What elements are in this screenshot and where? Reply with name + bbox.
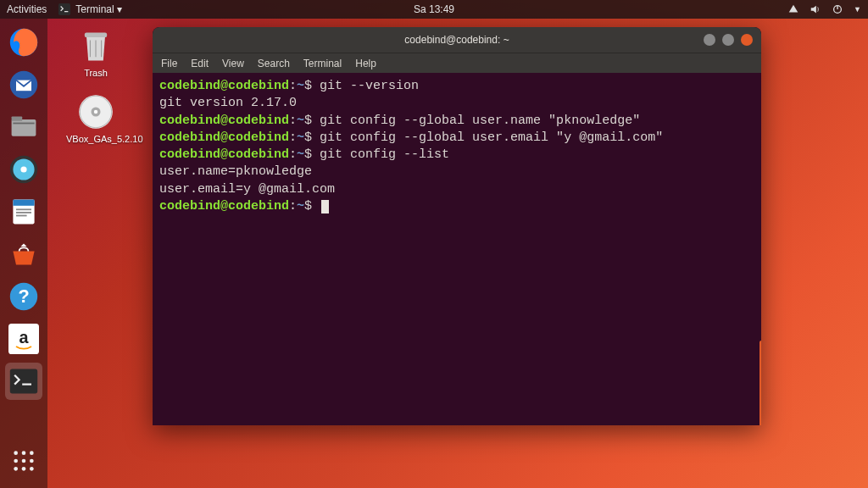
window-title: codebind@codebind: ~ [404, 34, 509, 46]
cursor [321, 200, 329, 214]
minimize-button[interactable] [704, 34, 715, 46]
trash-icon [75, 25, 116, 66]
window-controls [704, 34, 761, 46]
dock-writer[interactable] [5, 193, 42, 230]
svg-rect-0 [58, 3, 70, 15]
desktop-trash[interactable]: Trash [66, 25, 125, 79]
activities-button[interactable]: Activities [7, 3, 47, 15]
svg-rect-13 [16, 212, 31, 214]
terminal-line: codebind@codebind:~$ [159, 198, 754, 215]
desktop-trash-label: Trash [66, 68, 125, 79]
svg-point-9 [20, 166, 26, 172]
menu-terminal[interactable]: Terminal [303, 58, 342, 69]
dock-files[interactable] [5, 108, 42, 146]
svg-point-23 [14, 459, 18, 463]
svg-rect-4 [12, 119, 36, 136]
svg-text:a: a [19, 328, 29, 347]
menu-file[interactable]: File [161, 58, 177, 69]
maximize-button[interactable] [722, 34, 734, 46]
desktop-vbox-disc[interactable]: VBox_GAs_5.2.10 [66, 92, 125, 145]
network-icon[interactable] [787, 3, 799, 15]
dock-help[interactable]: ? [5, 278, 42, 315]
terminal-output: user.email=y @gmail.com [159, 181, 754, 198]
terminal-body[interactable]: codebind@codebind:~$ git --version git v… [153, 73, 761, 425]
svg-rect-5 [12, 116, 23, 120]
svg-rect-29 [85, 33, 107, 38]
menu-view[interactable]: View [222, 58, 244, 69]
clock[interactable]: Sa 13:49 [414, 3, 454, 15]
top-bar: Activities Terminal ▾ Sa 13:49 ▼ [0, 0, 868, 19]
svg-rect-14 [16, 215, 27, 217]
svg-point-25 [30, 459, 34, 463]
svg-text:?: ? [18, 286, 29, 307]
terminal-output: user.name=pknowledge [159, 164, 754, 180]
terminal-output: git version 2.17.0 [159, 95, 754, 112]
close-button[interactable] [741, 34, 753, 46]
app-menu-button[interactable]: Terminal ▾ [58, 3, 122, 15]
terminal-line: codebind@codebind:~$ git config --global… [159, 113, 754, 130]
svg-point-21 [22, 451, 26, 455]
chevron-down-icon[interactable]: ▼ [854, 5, 861, 14]
svg-point-20 [14, 451, 18, 455]
power-icon[interactable] [832, 3, 843, 15]
terminal-line: codebind@codebind:~$ git --version [159, 78, 754, 95]
svg-rect-19 [10, 369, 37, 394]
terminal-line: codebind@codebind:~$ git config --global… [159, 130, 754, 147]
menu-edit[interactable]: Edit [191, 58, 209, 69]
launcher-dock: ? a [0, 19, 47, 488]
dock-software[interactable] [5, 236, 42, 273]
dock-rhythmbox[interactable] [5, 151, 42, 188]
apps-grid-button[interactable] [5, 442, 42, 480]
menu-help[interactable]: Help [355, 58, 376, 69]
svg-point-33 [94, 110, 97, 114]
svg-rect-6 [13, 123, 34, 125]
menu-search[interactable]: Search [258, 58, 290, 69]
svg-point-26 [14, 467, 18, 471]
disc-icon [75, 92, 116, 132]
dock-amazon[interactable]: a [5, 320, 42, 358]
svg-rect-12 [16, 208, 31, 210]
svg-point-24 [22, 459, 26, 463]
terminal-line: codebind@codebind:~$ git config --list [159, 147, 754, 164]
svg-point-22 [30, 451, 34, 455]
dock-firefox[interactable] [5, 24, 42, 61]
dock-terminal[interactable] [5, 363, 42, 400]
desktop-vbox-label: VBox_GAs_5.2.10 [66, 134, 125, 145]
titlebar[interactable]: codebind@codebind: ~ [153, 27, 761, 53]
window-edge-highlight [760, 341, 761, 425]
volume-icon[interactable] [810, 3, 821, 15]
svg-point-28 [30, 467, 34, 471]
svg-rect-11 [13, 200, 34, 206]
dock-thunderbird[interactable] [5, 66, 42, 103]
terminal-menu-icon [58, 3, 70, 15]
svg-point-27 [22, 467, 26, 471]
terminal-window: codebind@codebind: ~ File Edit View Sear… [153, 27, 761, 425]
menubar: File Edit View Search Terminal Help [153, 53, 761, 73]
